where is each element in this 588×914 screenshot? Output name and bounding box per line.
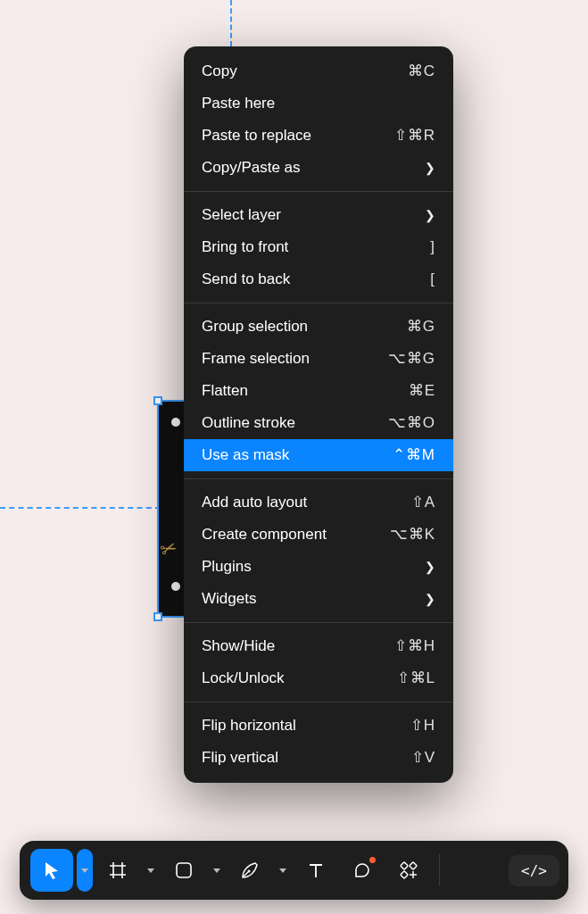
menu-separator bbox=[184, 191, 453, 192]
guide-horizontal bbox=[0, 507, 161, 509]
menu-item-add-auto-layout[interactable]: Add auto layout ⇧A bbox=[184, 486, 453, 519]
menu-item-label: Use as mask bbox=[202, 446, 289, 464]
selection-handle[interactable] bbox=[153, 396, 162, 405]
menu-item-label: Group selection bbox=[202, 318, 308, 336]
menu-item-outline-stroke[interactable]: Outline stroke ⌥⌘O bbox=[184, 407, 453, 439]
menu-item-send-to-back[interactable]: Send to back [ bbox=[184, 263, 453, 295]
menu-item-flip-vertical[interactable]: Flip vertical ⇧V bbox=[184, 742, 453, 774]
svg-point-1 bbox=[248, 870, 251, 873]
menu-item-shortcut: ] bbox=[430, 238, 435, 256]
menu-item-shortcut: [ bbox=[430, 270, 435, 288]
menu-item-shortcut: ⇧⌘L bbox=[397, 669, 435, 687]
shape-tool-dropdown[interactable] bbox=[209, 849, 225, 892]
menu-separator bbox=[184, 702, 453, 702]
menu-item-label: Paste to replace bbox=[202, 127, 311, 145]
menu-item-label: Flip vertical bbox=[202, 749, 278, 767]
dev-mode-label: </> bbox=[521, 862, 547, 879]
menu-item-copy[interactable]: Copy ⌘C bbox=[184, 55, 453, 87]
svg-rect-4 bbox=[401, 871, 408, 878]
menu-item-select-layer[interactable]: Select layer ❯ bbox=[184, 199, 453, 231]
guide-vertical bbox=[230, 0, 232, 46]
menu-item-label: Plugins bbox=[202, 558, 252, 576]
pen-icon bbox=[239, 860, 261, 881]
frame-tool[interactable] bbox=[96, 849, 139, 892]
chevron-right-icon: ❯ bbox=[425, 558, 435, 576]
menu-item-label: Add auto layout bbox=[202, 494, 307, 511]
move-tool-dropdown[interactable] bbox=[77, 849, 93, 892]
text-tool[interactable] bbox=[294, 849, 337, 892]
menu-item-shortcut: ⌘G bbox=[407, 318, 435, 336]
menu-item-flip-horizontal[interactable]: Flip horizontal ⇧H bbox=[184, 710, 453, 742]
frame-icon bbox=[107, 860, 128, 881]
menu-item-label: Paste here bbox=[202, 95, 275, 112]
menu-item-label: Create component bbox=[202, 526, 327, 544]
svg-rect-2 bbox=[401, 862, 408, 869]
menu-item-shortcut: ⌥⌘G bbox=[388, 350, 435, 368]
menu-item-create-component[interactable]: Create component ⌥⌘K bbox=[184, 519, 453, 551]
menu-item-show-hide[interactable]: Show/Hide ⇧⌘H bbox=[184, 630, 453, 662]
menu-item-label: Select layer bbox=[202, 206, 281, 224]
pen-tool-dropdown[interactable] bbox=[275, 849, 291, 892]
chevron-right-icon: ❯ bbox=[425, 159, 435, 177]
menu-item-shortcut: ⌥⌘K bbox=[390, 526, 435, 544]
toolbar: </> bbox=[20, 841, 568, 900]
menu-item-shortcut: ⇧⌘H bbox=[394, 637, 435, 655]
svg-rect-3 bbox=[410, 862, 417, 869]
menu-item-lock-unlock[interactable]: Lock/Unlock ⇧⌘L bbox=[184, 662, 453, 694]
menu-item-use-as-mask[interactable]: Use as mask ⌃⌘M bbox=[184, 439, 453, 471]
menu-item-shortcut: ⇧H bbox=[410, 717, 435, 735]
menu-item-label: Frame selection bbox=[202, 350, 310, 368]
menu-item-plugins[interactable]: Plugins ❯ bbox=[184, 551, 453, 583]
menu-item-shortcut: ⌥⌘O bbox=[388, 414, 435, 432]
menu-item-label: Flatten bbox=[202, 382, 248, 400]
shape-tool[interactable] bbox=[162, 849, 205, 892]
actions-icon bbox=[398, 860, 419, 881]
menu-item-shortcut: ⌘C bbox=[408, 62, 435, 80]
menu-item-shortcut: ⌃⌘M bbox=[393, 446, 435, 464]
menu-item-label: Show/Hide bbox=[202, 637, 275, 655]
chevron-right-icon: ❯ bbox=[425, 590, 435, 608]
menu-item-label: Outline stroke bbox=[202, 414, 295, 432]
menu-item-paste-to-replace[interactable]: Paste to replace ⇧⌘R bbox=[184, 120, 453, 152]
menu-item-copy-paste-as[interactable]: Copy/Paste as ❯ bbox=[184, 152, 453, 184]
menu-item-widgets[interactable]: Widgets ❯ bbox=[184, 583, 453, 615]
move-tool[interactable] bbox=[30, 849, 73, 892]
cursor-icon bbox=[41, 860, 62, 881]
menu-separator bbox=[184, 622, 453, 623]
menu-item-label: Copy/Paste as bbox=[202, 159, 301, 177]
svg-rect-0 bbox=[177, 863, 191, 877]
notification-dot-icon bbox=[369, 857, 376, 863]
actions-tool[interactable] bbox=[387, 849, 430, 892]
chevron-right-icon: ❯ bbox=[425, 206, 435, 224]
menu-item-label: Flip horizontal bbox=[202, 717, 296, 735]
menu-item-label: Widgets bbox=[202, 590, 256, 608]
scissors-icon: ✂ bbox=[157, 536, 180, 563]
menu-item-shortcut: ⌘E bbox=[409, 382, 435, 400]
menu-item-label: Send to back bbox=[202, 270, 290, 288]
menu-separator bbox=[184, 478, 453, 479]
menu-item-label: Copy bbox=[202, 62, 237, 80]
text-icon bbox=[305, 860, 327, 881]
frame-tool-dropdown[interactable] bbox=[143, 849, 159, 892]
rectangle-icon bbox=[173, 860, 195, 881]
selection-handle[interactable] bbox=[153, 612, 162, 621]
menu-item-shortcut: ⇧V bbox=[411, 749, 435, 767]
pen-tool[interactable] bbox=[228, 849, 271, 892]
menu-item-label: Bring to front bbox=[202, 238, 288, 256]
menu-item-flatten[interactable]: Flatten ⌘E bbox=[184, 375, 453, 407]
menu-item-paste-here[interactable]: Paste here bbox=[184, 87, 453, 120]
menu-item-shortcut: ⇧A bbox=[411, 494, 435, 511]
toolbar-divider bbox=[439, 854, 440, 886]
menu-item-label: Lock/Unlock bbox=[202, 669, 285, 687]
menu-item-shortcut: ⇧⌘R bbox=[394, 127, 435, 145]
comment-tool[interactable] bbox=[341, 849, 384, 892]
menu-item-group-selection[interactable]: Group selection ⌘G bbox=[184, 311, 453, 343]
menu-separator bbox=[184, 303, 453, 303]
menu-item-frame-selection[interactable]: Frame selection ⌥⌘G bbox=[184, 343, 453, 375]
dev-mode-toggle[interactable]: </> bbox=[509, 855, 559, 886]
menu-item-bring-to-front[interactable]: Bring to front ] bbox=[184, 231, 453, 263]
comment-icon bbox=[352, 860, 373, 881]
context-menu: Copy ⌘C Paste here Paste to replace ⇧⌘R … bbox=[184, 46, 453, 783]
